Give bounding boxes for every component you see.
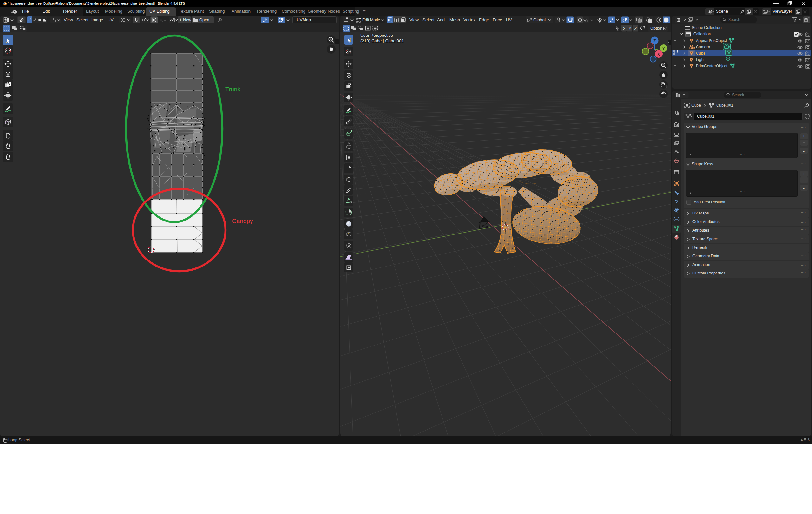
svg-text:Y: Y [629,26,632,31]
svg-text:X: X [623,26,626,31]
svg-text:Trunk: Trunk [225,86,240,93]
svg-text:Canopy: Canopy [232,218,253,224]
svg-text:Z: Z [654,39,656,43]
svg-text:Z: Z [634,26,637,31]
svg-text:X: X [658,52,660,56]
svg-text:Y: Y [662,46,665,51]
